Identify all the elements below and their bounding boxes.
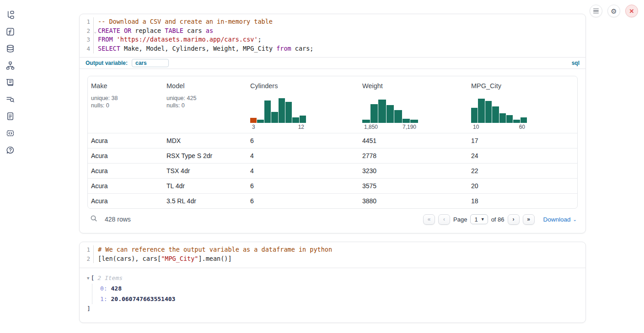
settings-button[interactable]: ⚙ [607,5,620,17]
column-histogram[interactable]: 1,8507,190 [362,98,418,133]
histogram-bar [378,100,386,123]
search-icon[interactable] [90,215,98,224]
file-tree-icon[interactable] [5,10,15,19]
token-kw: from [276,45,291,52]
tree-entry-colon: : [104,296,111,302]
table-cell: Acura [88,137,163,144]
axis-min-label: 1,850 [364,124,378,130]
next-page-button[interactable]: › [508,214,520,225]
token-comment: -- Download a CSV and create an in-memor… [98,18,273,25]
line-number: 4 [80,44,94,53]
table-row[interactable]: AcuraTL 4dr6357520 [88,178,577,193]
token-kw: FROM [98,36,113,43]
histogram-bar [478,99,484,123]
table-row[interactable]: AcuraMDX6445117 [88,133,577,148]
help-icon[interactable] [5,145,15,154]
tree-root: ▼ [ 2 Items [87,275,578,281]
table-cell: RSX Type S 2dr [163,152,247,159]
column-header[interactable]: MPG_City1060 [468,81,577,133]
python-code-editor[interactable]: 1# We can reference the output variable … [80,242,585,268]
table-cell: 6 [247,182,359,190]
column-histogram[interactable]: 312 [250,98,306,133]
documentation-icon[interactable] [5,111,15,121]
histogram-bar [300,116,306,123]
column-name: Make [91,81,163,90]
histogram-bar [370,104,378,123]
sql-code-editor[interactable]: 1-- Download a CSV and create an in-memo… [80,14,585,57]
hamburger-icon [593,9,599,14]
code-text: CREATE OR replace TABLE cars as [94,26,213,36]
table-cell: 24 [468,152,577,159]
shutdown-button[interactable]: ✕ [625,5,638,17]
column-header[interactable]: Weight1,8507,190 [359,81,468,133]
token-plain: replace [131,27,165,34]
dependency-graph-icon[interactable] [5,61,15,70]
collapse-chevron-icon[interactable]: ▼ [87,276,89,280]
tree-entry: 1: 20.060747663551403 [100,294,578,305]
table-row[interactable]: Acura3.5 RL 4dr6388018 [88,193,577,208]
table-cell: 4 [247,167,359,174]
column-histogram[interactable]: 1060 [471,98,527,133]
python-cell: 1# We can reference the output variable … [79,242,586,323]
table-cell: 3.5 RL 4dr [163,197,247,205]
first-page-button[interactable]: « [423,214,435,225]
prev-page-button[interactable]: ‹ [438,214,450,225]
last-page-button[interactable]: » [523,214,535,225]
histogram-bar [394,110,402,123]
table-row[interactable]: AcuraTSX 4dr4323022 [88,163,577,178]
table-row[interactable]: AcuraRSX Type S 2dr4277824 [88,148,577,163]
token-kw: SELECT [98,45,120,52]
histogram-bar [410,120,418,123]
scratchpad-icon[interactable] [5,78,15,87]
table-cell: 4451 [359,137,468,144]
token-comment: # We can reference the output variable a… [98,246,332,253]
function-icon[interactable] [5,27,15,36]
code-line: 1-- Download a CSV and create an in-memo… [80,17,585,26]
logs-search-icon[interactable] [5,95,15,104]
tree-entry-key: 0 [100,285,104,292]
histogram-bar [250,118,257,123]
snippets-icon[interactable] [5,128,15,137]
menu-button[interactable] [590,5,602,17]
histogram-bar [506,115,513,123]
table-cell: 3880 [359,197,468,205]
token-str: "MPG_City" [161,255,198,262]
code-text: SELECT Make, Model, Cylinders, Weight, M… [94,44,313,53]
column-header[interactable]: Cylinders312 [247,81,359,133]
histogram-bar [492,106,499,123]
column-name: Cylinders [250,81,359,90]
left-sidebar [0,0,20,333]
table-cell: 18 [468,197,577,205]
axis-max-label: 7,190 [402,124,416,130]
output-variable-input[interactable] [132,59,169,67]
stat-line: nulls: 0 [91,102,163,110]
column-header[interactable]: Modelunique: 425nulls: 0 [163,81,247,133]
fold-chevron-icon[interactable]: ⌄ [94,27,97,37]
histogram-bar [521,117,527,123]
gear-icon: ⚙ [611,8,617,15]
tree-entry-colon: : [104,285,111,292]
page-label: Page [453,216,467,223]
sql-cell: 1-- Download a CSV and create an in-memo… [79,14,586,233]
table-cell: MDX [163,137,247,144]
histogram-bar [471,108,478,123]
axis-min-label: 3 [252,124,255,130]
column-stats: unique: 425nulls: 0 [166,95,247,110]
download-label: Download [543,216,571,223]
table-footer: 428 rows « ‹ Page 1 ▼ of 86 › » Download… [87,209,578,227]
page-select[interactable]: 1 ▼ [470,214,488,224]
database-icon[interactable] [5,44,15,53]
chevron-down-icon: ▼ [481,217,485,222]
download-button[interactable]: Download ⌄ [543,216,577,223]
column-stats: unique: 38nulls: 0 [91,95,163,110]
token-kw: OR [124,27,131,34]
token-kw: CREATE [98,27,120,34]
code-text: [len(cars), cars["MPG_City"].mean()] [94,254,232,264]
stat-line: unique: 38 [91,95,163,102]
stat-line: unique: 425 [166,95,247,102]
token-kw: TABLE [165,27,183,34]
tree-entry-value: 428 [111,285,121,292]
column-header[interactable]: Makeunique: 38nulls: 0 [88,81,163,133]
sql-cell-output: Makeunique: 38nulls: 0Modelunique: 425nu… [80,69,585,233]
line-number: 1 [80,245,94,254]
